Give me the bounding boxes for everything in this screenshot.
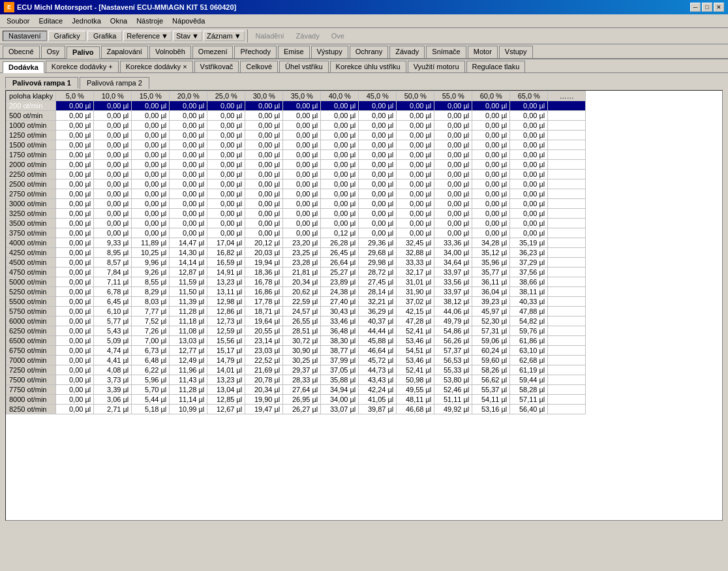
value-cell[interactable]: 37,56 µl [510, 268, 548, 277]
table-row[interactable]: 6000 ot/min0,00 µl5,77 µl7,52 µl11,18 µl… [7, 316, 586, 326]
value-cell[interactable]: 44,44 µl [359, 326, 397, 336]
value-cell[interactable]: 11,96 µl [170, 365, 207, 375]
value-cell[interactable]: 56,26 µl [434, 336, 472, 346]
value-cell[interactable]: 0,00 µl [397, 111, 434, 121]
value-cell[interactable]: 0,00 µl [434, 150, 472, 160]
value-cell[interactable]: 0,00 µl [56, 101, 94, 111]
value-cell[interactable]: 20,78 µl [245, 375, 283, 385]
value-cell[interactable]: 3,39 µl [94, 385, 132, 395]
value-cell[interactable]: 38,77 µl [321, 346, 359, 356]
value-cell[interactable]: 22,52 µl [245, 356, 283, 365]
value-cell[interactable]: 14,79 µl [207, 356, 245, 365]
tab-emise[interactable]: Emise [278, 46, 310, 58]
value-cell[interactable]: 0,00 µl [283, 131, 321, 140]
value-cell[interactable]: 0,00 µl [397, 131, 434, 140]
value-cell[interactable]: 0,00 µl [397, 140, 434, 150]
value-cell[interactable]: 0,00 µl [132, 111, 170, 121]
value-cell[interactable]: 0,00 µl [472, 179, 510, 189]
value-cell[interactable]: 0,00 µl [434, 111, 472, 121]
value-cell[interactable]: 23,89 µl [321, 277, 359, 287]
value-cell[interactable]: 53,80 µl [434, 375, 472, 385]
value-cell[interactable]: 0,00 µl [472, 121, 510, 131]
value-cell[interactable]: 0,00 µl [170, 170, 207, 179]
value-cell[interactable]: 0,00 µl [472, 140, 510, 150]
value-cell[interactable]: 12,49 µl [170, 356, 207, 365]
value-cell[interactable]: 0,00 µl [283, 228, 321, 238]
value-cell[interactable]: 59,06 µl [472, 336, 510, 346]
value-cell[interactable]: 12,86 µl [207, 307, 245, 316]
value-cell[interactable]: 38,12 µl [434, 297, 472, 307]
value-cell[interactable]: 33,97 µl [434, 268, 472, 277]
value-cell[interactable]: 52,30 µl [472, 316, 510, 326]
value-cell[interactable]: 18,71 µl [245, 307, 283, 316]
tab-motor[interactable]: Motor [468, 46, 498, 58]
subtab-uhel-vstriku[interactable]: Úhel vstřiku [279, 61, 328, 72]
value-cell[interactable]: 32,17 µl [397, 268, 434, 277]
value-cell[interactable]: 12,59 µl [207, 326, 245, 336]
value-cell[interactable]: 0,00 µl [245, 140, 283, 150]
value-cell[interactable]: 9,26 µl [132, 268, 170, 277]
value-cell[interactable]: 38,66 µl [510, 277, 548, 287]
value-cell[interactable]: 0,00 µl [56, 189, 94, 199]
value-cell[interactable]: 19,90 µl [245, 395, 283, 405]
value-cell[interactable]: 12,77 µl [170, 346, 207, 356]
value-cell[interactable]: 12,87 µl [170, 268, 207, 277]
value-cell[interactable]: 38,11 µl [510, 287, 548, 297]
value-cell[interactable]: 0,00 µl [170, 150, 207, 160]
value-cell[interactable]: 21,69 µl [245, 365, 283, 375]
value-cell[interactable]: 7,77 µl [132, 307, 170, 316]
value-cell[interactable]: 45,97 µl [472, 307, 510, 316]
value-cell[interactable]: 34,00 µl [434, 248, 472, 258]
value-cell[interactable]: 0,00 µl [56, 140, 94, 150]
value-cell[interactable]: 0,00 µl [94, 209, 132, 219]
value-cell[interactable]: 0,00 µl [510, 101, 548, 111]
value-cell[interactable]: 33,36 µl [434, 238, 472, 248]
value-cell[interactable]: 5,77 µl [94, 316, 132, 326]
value-cell[interactable]: 58,28 µl [510, 385, 548, 395]
value-cell[interactable]: 0,00 µl [472, 101, 510, 111]
value-cell[interactable]: 30,25 µl [283, 356, 321, 365]
value-cell[interactable]: 0,00 µl [56, 277, 94, 287]
value-cell[interactable]: 0,00 µl [510, 179, 548, 189]
subtab-celkove[interactable]: Celkové [240, 61, 278, 72]
value-cell[interactable]: 0,00 µl [359, 219, 397, 228]
value-cell[interactable]: 53,46 µl [397, 356, 434, 365]
value-cell[interactable]: 4,41 µl [94, 356, 132, 365]
value-cell[interactable]: 0,00 µl [397, 179, 434, 189]
toolbar-nastaveni[interactable]: Nastavení [3, 31, 47, 41]
value-cell[interactable]: 0,00 µl [510, 121, 548, 131]
value-cell[interactable]: 0,00 µl [207, 170, 245, 179]
value-cell[interactable]: 13,04 µl [207, 385, 245, 395]
value-cell[interactable]: 7,00 µl [132, 336, 170, 346]
table-row[interactable]: 2000 ot/min0,00 µl0,00 µl0,00 µl0,00 µl0… [7, 160, 586, 170]
value-cell[interactable]: 0,00 µl [170, 219, 207, 228]
value-cell[interactable]: 0,12 µl [321, 228, 359, 238]
table-row[interactable]: 3500 ot/min0,00 µl0,00 µl0,00 µl0,00 µl0… [7, 219, 586, 228]
value-cell[interactable]: 24,38 µl [321, 287, 359, 297]
value-cell[interactable]: 0,00 µl [283, 150, 321, 160]
value-cell[interactable]: 0,00 µl [56, 307, 94, 316]
value-cell[interactable]: 23,28 µl [283, 258, 321, 268]
table-row[interactable]: 8250 ot/min0,00 µl2,71 µl5,18 µl10,99 µl… [7, 405, 586, 414]
value-cell[interactable]: 8,03 µl [132, 297, 170, 307]
value-cell[interactable]: 0,00 µl [434, 131, 472, 140]
value-cell[interactable]: 54,86 µl [434, 326, 472, 336]
value-cell[interactable]: 11,50 µl [170, 287, 207, 297]
value-cell[interactable]: 0,00 µl [56, 405, 94, 414]
value-cell[interactable]: 49,55 µl [397, 385, 434, 395]
value-cell[interactable]: 6,22 µl [132, 365, 170, 375]
value-cell[interactable]: 0,00 µl [56, 121, 94, 131]
tab-obecne[interactable]: Obecné [3, 46, 40, 58]
value-cell[interactable]: 18,36 µl [245, 268, 283, 277]
value-cell[interactable]: 0,00 µl [56, 170, 94, 179]
table-row[interactable]: 2250 ot/min0,00 µl0,00 µl0,00 µl0,00 µl0… [7, 170, 586, 179]
value-cell[interactable]: 14,47 µl [170, 238, 207, 248]
value-cell[interactable]: 0,00 µl [359, 209, 397, 219]
value-cell[interactable]: 5,96 µl [132, 375, 170, 385]
minimize-button[interactable]: ─ [690, 3, 701, 12]
value-cell[interactable]: 0,00 µl [94, 179, 132, 189]
table-row[interactable]: 1000 ot/min0,00 µl0,00 µl0,00 µl0,00 µl0… [7, 121, 586, 131]
value-cell[interactable]: 34,28 µl [472, 238, 510, 248]
value-cell[interactable]: 0,00 µl [321, 160, 359, 170]
value-cell[interactable]: 0,00 µl [170, 228, 207, 238]
